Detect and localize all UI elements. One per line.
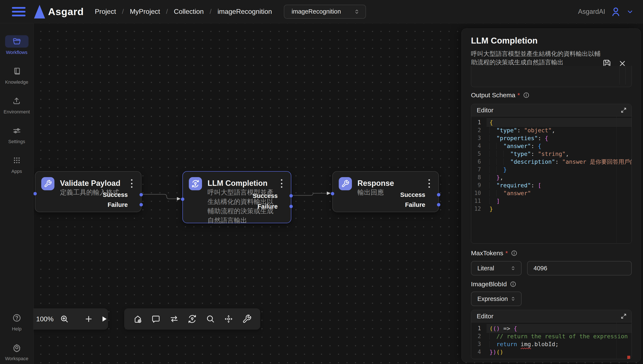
user-name: AsgardAI	[578, 8, 605, 16]
panel-description: 呼叫大型語言模型並產生結構化的資料輸出以輔助流程的決策或生成自然語言輸出	[471, 50, 603, 66]
code-line: 10 "answer"	[471, 189, 631, 197]
swap-connections-icon[interactable]	[169, 314, 179, 324]
app-root: Asgard Project / MyProject / Collection …	[0, 0, 643, 364]
port-success-dot[interactable]	[139, 193, 143, 196]
output-schema-label: Output Schema *	[471, 92, 530, 99]
sidebar-item-environment[interactable]: Environment	[4, 95, 30, 115]
user-avatar-icon[interactable]	[610, 6, 621, 17]
port-success-dot[interactable]	[289, 194, 293, 198]
code-line: 4})()	[471, 348, 631, 356]
node-response[interactable]: Response 輸出回應 Success Failure	[332, 171, 439, 212]
book-icon	[13, 67, 21, 76]
image-blob-id-label: ImageBlobId	[471, 280, 517, 288]
sidebar-label: Apps	[11, 168, 22, 174]
add-node-icon[interactable]	[133, 314, 142, 324]
run-icon[interactable]	[100, 314, 108, 324]
output-schema-editor: Editor 1{2 "type": "object",3 "propertie…	[471, 104, 632, 244]
code-line: 11 ]	[471, 197, 631, 205]
code-line: 8 },	[471, 174, 631, 181]
node-llm-completion[interactable]: LLM Completion 呼叫大型語言模型並產生結構化的資料輸出以輔助流程的…	[182, 171, 291, 223]
node-menu-icon[interactable]	[425, 178, 433, 189]
sidebar-label: Workflows	[6, 50, 28, 55]
sidebar-item-workflows[interactable]: Workflows	[5, 35, 29, 55]
code-line: 7 }	[471, 166, 631, 174]
info-icon[interactable]	[510, 281, 517, 288]
image-blob-id-mode-select[interactable]: Expression	[471, 292, 522, 306]
port-success-dot[interactable]	[437, 193, 440, 196]
port-input-dot[interactable]	[33, 192, 37, 196]
code-line: 1(() => {	[471, 324, 631, 332]
workflow-selector-value: imageRecognition	[292, 8, 341, 15]
tools-icon[interactable]	[242, 314, 252, 324]
comment-icon[interactable]	[151, 314, 160, 324]
code-area[interactable]: 1(() => {2 // return the result of the e…	[471, 322, 631, 359]
sidebar-item-help[interactable]: Help	[5, 312, 29, 332]
port-success-label: Success	[253, 192, 278, 200]
port-failure-dot[interactable]	[437, 203, 440, 206]
top-header: Asgard Project / MyProject / Collection …	[0, 0, 643, 23]
zoom-in-icon[interactable]	[60, 314, 69, 324]
port-input-dot[interactable]	[331, 192, 334, 196]
breadcrumb-collection[interactable]: Collection	[174, 8, 204, 16]
logo-text: Asgard	[48, 6, 84, 18]
breadcrumb: Project / MyProject / Collection / image…	[95, 8, 272, 16]
chevron-updown-icon	[510, 296, 516, 302]
sliders-icon	[13, 126, 21, 135]
code-area[interactable]: 1{2 "type": "object",3 "properties": {4 …	[471, 116, 631, 243]
sidebar-item-knowledge[interactable]: Knowledge	[5, 65, 29, 85]
breadcrumb-separator: /	[210, 8, 211, 16]
search-icon[interactable]	[206, 314, 215, 324]
scrolled-field-partial[interactable]	[471, 66, 632, 87]
node-menu-icon[interactable]	[128, 178, 135, 189]
breadcrumb-myproject[interactable]: MyProject	[130, 8, 160, 16]
port-input-dot[interactable]	[181, 198, 184, 201]
info-icon[interactable]	[523, 92, 530, 98]
zoom-level: 100%	[36, 315, 54, 323]
node-title: LLM Completion	[207, 179, 268, 188]
breadcrumb-workflow[interactable]: imageRecognition	[218, 8, 272, 16]
gear-icon	[12, 343, 21, 352]
expand-icon[interactable]	[620, 313, 627, 320]
code-line: 4 "answer": {	[471, 142, 631, 150]
menu-icon[interactable]	[12, 7, 26, 16]
sidebar-item-settings[interactable]: Settings	[5, 124, 29, 144]
code-line: 12}	[471, 205, 631, 213]
port-failure-dot[interactable]	[139, 203, 143, 206]
node-title: Response	[357, 179, 394, 188]
sidebar: Workflows Knowledge Environment Settings…	[0, 23, 34, 364]
editor-title: Editor	[477, 312, 620, 320]
max-tokens-mode-select[interactable]: Literal	[471, 261, 522, 276]
chevron-down-icon[interactable]	[626, 8, 634, 15]
port-failure-label: Failure	[258, 203, 278, 210]
expand-icon[interactable]	[620, 107, 627, 114]
auto-layout-icon[interactable]	[224, 314, 233, 324]
input-value: 4096	[533, 265, 547, 272]
code-line: 3 "properties": {	[471, 134, 631, 142]
llm-refresh-icon[interactable]	[187, 314, 197, 324]
workflow-selector[interactable]: imageRecognition	[284, 5, 366, 19]
code-line: 5 "type": "string",	[471, 150, 631, 158]
breadcrumb-project[interactable]: Project	[95, 8, 116, 16]
node-validate-payload[interactable]: Validate Payload 定義工具的輸入格式 Success Failu…	[35, 171, 141, 212]
port-failure-dot[interactable]	[289, 205, 293, 208]
sidebar-item-workspace[interactable]: Workspace	[5, 342, 29, 362]
node-menu-icon[interactable]	[278, 178, 285, 189]
folder-icon	[13, 37, 21, 46]
sidebar-label: Workspace	[5, 356, 29, 362]
add-icon[interactable]	[84, 314, 93, 324]
expression-editor: Editor 1(() => {2 // return the result o…	[471, 310, 632, 359]
sidebar-item-apps[interactable]: Apps	[5, 154, 29, 174]
panel-title: LLM Completion	[471, 36, 538, 46]
port-success-label: Success	[103, 191, 128, 198]
code-line: 2 // return the result of the expression	[471, 332, 631, 340]
sidebar-label: Knowledge	[5, 80, 28, 85]
breadcrumb-separator: /	[166, 8, 168, 16]
wrench-icon	[44, 180, 52, 188]
chevron-updown-icon	[354, 8, 360, 15]
llm-refresh-icon	[191, 180, 200, 188]
info-icon[interactable]	[511, 250, 518, 256]
max-tokens-input[interactable]: 4096	[527, 261, 632, 276]
port-success-label: Success	[400, 191, 425, 198]
node-title: Validate Payload	[60, 179, 120, 188]
editor-header: Editor	[471, 310, 631, 322]
